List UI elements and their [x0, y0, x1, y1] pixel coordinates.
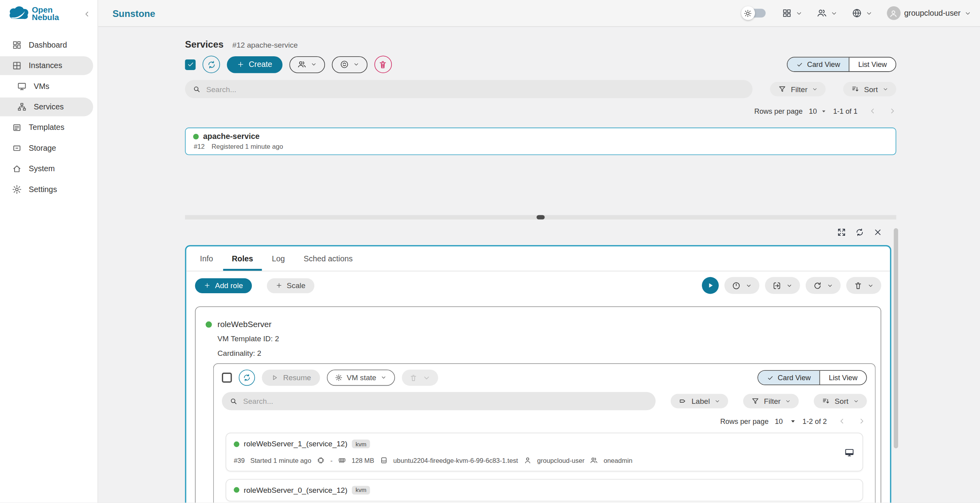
vms-sort-dropdown[interactable]: Sort [814, 394, 867, 409]
vms-filter-dropdown[interactable]: Filter [743, 394, 799, 409]
sidebar-item-templates[interactable]: Templates [0, 118, 98, 137]
sidebar-item-dashboard[interactable]: Dashboard [0, 36, 98, 55]
vms-delete-dropdown[interactable] [402, 370, 438, 386]
vm-card[interactable]: roleWebServer_1_(service_12) kvm #39 Sta… [226, 433, 863, 471]
vms-list-view-tab[interactable]: List View [819, 371, 866, 385]
vms-refresh-button[interactable] [239, 370, 255, 386]
sidebar-item-instances[interactable]: Instances [0, 56, 93, 75]
theme-toggle[interactable] [741, 6, 768, 20]
search-input[interactable] [205, 84, 745, 94]
vnc-console-button[interactable] [844, 448, 854, 457]
sidebar-item-system[interactable]: System [0, 159, 98, 178]
refresh-button[interactable] [203, 55, 220, 73]
sidebar-item-label: Storage [29, 144, 56, 152]
vm-state-dropdown[interactable]: VM state [327, 370, 395, 386]
sidebar-item-storage[interactable]: Storage [0, 139, 98, 158]
resume-button[interactable]: Resume [262, 370, 320, 386]
vms-card-view-tab[interactable]: Card View [759, 371, 819, 385]
delete-button[interactable] [374, 55, 391, 73]
groups-menu-button[interactable] [817, 8, 837, 18]
role-card[interactable]: roleWebServer VM Template ID: 2 Cardinal… [195, 306, 881, 503]
filter-dropdown[interactable]: Filter [770, 82, 826, 96]
trash-icon [378, 60, 388, 69]
power-icon [732, 281, 740, 290]
label-dropdown[interactable]: Label [671, 394, 728, 409]
trash-icon [409, 374, 417, 382]
next-page-icon[interactable] [858, 417, 866, 425]
close-icon[interactable] [873, 227, 882, 237]
sort-icon [822, 397, 831, 405]
roles-actions-right [702, 277, 881, 294]
prev-page-icon[interactable] [869, 107, 877, 115]
create-button[interactable]: Create [227, 56, 282, 73]
chevron-down-icon [381, 375, 387, 381]
chevron-down-icon [827, 282, 833, 288]
panel-refresh-icon[interactable] [855, 227, 864, 237]
chevron-down-icon [853, 398, 859, 404]
ownership-dropdown[interactable] [289, 56, 325, 73]
sidebar-item-services[interactable]: Services [0, 98, 93, 117]
chevron-left-icon [83, 10, 91, 18]
sidebar-collapse-button[interactable] [81, 8, 93, 20]
migrate-dropdown[interactable] [765, 277, 800, 294]
monitor-icon [17, 81, 27, 91]
play-icon [706, 281, 714, 290]
sidebar-item-label: Dashboard [29, 41, 67, 49]
refresh-icon [207, 60, 216, 69]
power-dropdown[interactable] [724, 277, 759, 294]
services-icon [17, 102, 27, 112]
role-template-id: VM Template ID: 2 [196, 335, 880, 343]
status-dot [234, 441, 239, 447]
tab-roles[interactable]: Roles [223, 250, 262, 270]
service-actions-dropdown[interactable] [332, 56, 367, 73]
chevron-down-icon [714, 398, 720, 404]
select-all-checkbox[interactable] [185, 59, 196, 70]
rows-per-page-select[interactable]: 10 [809, 107, 817, 115]
globe-icon [852, 8, 862, 18]
vm-card[interactable]: roleWebServer_0_(service_12) kvm [226, 479, 863, 501]
user-menu-button[interactable]: groupcloud-user [887, 6, 971, 20]
role-header: roleWebServer [196, 314, 880, 329]
next-page-icon[interactable] [888, 107, 896, 115]
prev-page-icon[interactable] [838, 417, 846, 425]
sync-dropdown[interactable] [806, 277, 841, 294]
hypervisor-badge: kvm [352, 440, 370, 448]
vm-id: #39 [234, 457, 245, 464]
card-view-tab[interactable]: Card View [788, 57, 849, 71]
vm-cpu: - [330, 457, 333, 464]
instances-icon [12, 61, 22, 70]
play-button[interactable] [702, 277, 719, 294]
sidebar-item-vms[interactable]: VMs [0, 77, 98, 96]
sidebar-item-settings[interactable]: Settings [0, 180, 98, 199]
apps-menu-button[interactable] [782, 8, 802, 18]
fullscreen-icon[interactable] [837, 227, 846, 237]
sidebar-item-label: Services [34, 103, 64, 111]
caret-down-icon [789, 418, 796, 425]
toolbar-left: Create [185, 55, 391, 73]
screen: Open Nebula Dashboard Instances VMs [0, 0, 980, 503]
refresh-icon [242, 373, 251, 382]
vms-search-input[interactable] [242, 396, 648, 406]
chevron-down-icon [831, 10, 837, 17]
home-icon [12, 164, 22, 174]
page-title: Services [185, 39, 223, 49]
list-view-tab[interactable]: List View [849, 57, 896, 71]
vm-group: oneadmin [604, 457, 632, 464]
tab-log[interactable]: Log [263, 250, 294, 270]
service-card[interactable]: apache-service #12 Registered 1 minute a… [185, 128, 896, 155]
vms-view-toggle: Card View List View [758, 370, 867, 385]
storage-icon [12, 143, 22, 153]
tab-sched-actions[interactable]: Sched actions [295, 250, 361, 270]
user-name: groupcloud-user [904, 9, 961, 17]
add-role-button[interactable]: Add role [195, 278, 252, 293]
zone-menu-button[interactable] [852, 8, 872, 18]
splitter-handle[interactable] [185, 215, 896, 219]
vms-select-all-checkbox[interactable] [222, 373, 232, 383]
scale-button[interactable]: Scale [267, 278, 314, 293]
scrollbar-thumb[interactable] [894, 228, 898, 448]
plus-icon [237, 61, 244, 68]
vms-rows-per-page-select[interactable]: 10 [775, 417, 783, 425]
delete-dropdown[interactable] [846, 277, 881, 294]
sort-dropdown[interactable]: Sort [843, 82, 896, 96]
tab-info[interactable]: Info [191, 250, 222, 270]
